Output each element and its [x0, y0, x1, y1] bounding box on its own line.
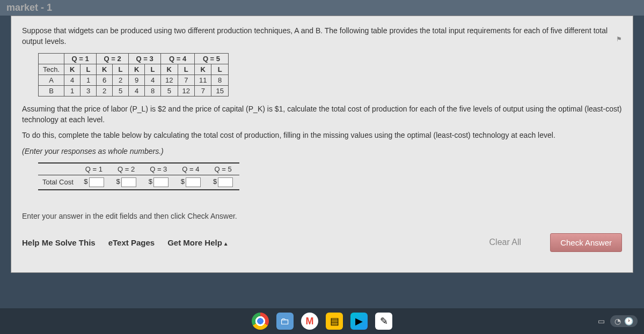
total-cost-table: Q = 1 Q = 2 Q = 3 Q = 4 Q = 5 Total Cost… — [38, 162, 239, 190]
kl-header: L — [178, 64, 194, 75]
q-header: Q = 2 — [97, 54, 129, 64]
currency-symbol: $ — [84, 177, 87, 185]
cost-input-q5[interactable] — [218, 177, 233, 187]
q-header: Q = 4 — [161, 54, 195, 64]
docs-icon[interactable]: ▤ — [326, 313, 343, 330]
currency-symbol: $ — [213, 177, 217, 185]
action-bar: Help Me Solve This eText Pages Get More … — [22, 233, 622, 252]
cell: 3 — [80, 86, 97, 97]
battery-icon[interactable]: ◔ — [614, 317, 621, 325]
cost-q-header: Q = 5 — [207, 163, 239, 175]
input-requirements-table: Q = 1 Q = 2 Q = 3 Q = 4 Q = 5 Tech. K L … — [38, 53, 229, 97]
tech-label: Tech. — [39, 64, 64, 75]
currency-symbol: $ — [149, 177, 152, 185]
table-row: B 1 3 2 5 4 8 5 12 7 15 — [39, 86, 229, 97]
notification-icon[interactable]: ▭ — [598, 317, 605, 325]
cell: 15 — [211, 86, 228, 97]
kl-header: L — [211, 64, 228, 75]
play-icon[interactable]: ▶ — [350, 313, 368, 330]
cell: 12 — [178, 86, 194, 97]
cell: 1 — [80, 75, 97, 86]
cell: 2 — [97, 86, 113, 97]
check-answer-button[interactable]: Check Answer — [550, 233, 622, 252]
cost-input-q1[interactable] — [89, 177, 104, 187]
cell: 11 — [195, 75, 211, 86]
cell: 5 — [161, 86, 178, 97]
files-icon[interactable]: 🗀 — [276, 313, 294, 330]
response-note: (Enter your responses as whole numbers.) — [22, 146, 622, 157]
etext-pages-button[interactable]: eText Pages — [108, 238, 155, 247]
cell: 4 — [64, 75, 80, 86]
cell: 2 — [113, 75, 129, 86]
question-panel: ⚑ Suppose that widgets can be produced u… — [11, 16, 633, 273]
cell: 5 — [113, 86, 129, 97]
snip-icon[interactable]: ✎ — [375, 313, 392, 330]
kl-header: K — [161, 64, 178, 75]
cost-q-header: Q = 4 — [174, 163, 207, 175]
kl-header: K — [195, 64, 211, 75]
cell: 4 — [129, 86, 145, 97]
kl-header: L — [145, 64, 161, 75]
cell: 6 — [97, 75, 113, 86]
clear-all-button[interactable]: Clear All — [489, 237, 522, 247]
intro-text: Suppose that widgets can be produced usi… — [22, 26, 622, 47]
kl-header: K — [97, 64, 113, 75]
taskbar: 🗀 M ▤ ▶ ✎ ▭ ◔ 🕐 — [0, 308, 644, 334]
cost-q-header: Q = 1 — [78, 163, 110, 175]
currency-symbol: $ — [181, 177, 185, 185]
system-tray[interactable]: ▭ ◔ 🕐 — [598, 315, 638, 327]
gmail-icon[interactable]: M — [301, 313, 318, 330]
cell: 9 — [129, 75, 145, 86]
kl-header: L — [113, 64, 129, 75]
kl-header: L — [80, 64, 97, 75]
cell: 4 — [145, 75, 161, 86]
cost-q-header: Q = 3 — [142, 163, 174, 175]
q-header: Q = 1 — [64, 54, 97, 64]
tab-title: market - 1 — [0, 0, 644, 16]
q-header: Q = 5 — [195, 54, 229, 64]
q-header: Q = 3 — [129, 54, 161, 64]
cost-input-q3[interactable] — [153, 177, 169, 187]
cell: 12 — [161, 75, 178, 86]
currency-symbol: $ — [116, 177, 120, 185]
cell: 1 — [64, 86, 80, 97]
table-row: A 4 1 6 2 9 4 12 7 11 8 — [39, 75, 229, 86]
todo-text: To do this, complete the table below by … — [22, 130, 622, 141]
kl-header: K — [64, 64, 80, 75]
total-cost-label: Total Cost — [38, 175, 78, 190]
cell: 8 — [145, 86, 161, 97]
clock-icon[interactable]: 🕐 — [624, 317, 633, 325]
cell: 8 — [211, 75, 228, 86]
chevron-down-icon: ▲ — [223, 241, 229, 247]
cost-input-q2[interactable] — [121, 177, 136, 187]
flag-icon[interactable]: ⚑ — [616, 35, 622, 43]
row-label: B — [39, 86, 64, 97]
kl-header: K — [129, 64, 145, 75]
row-label: A — [39, 75, 64, 86]
get-more-help-button[interactable]: Get More Help▲ — [167, 238, 229, 247]
cell: 7 — [195, 86, 211, 97]
hint-text: Enter your answer in the edit fields and… — [22, 212, 622, 220]
cost-q-header: Q = 2 — [110, 163, 142, 175]
help-solve-button[interactable]: Help Me Solve This — [22, 238, 96, 247]
cost-input-q4[interactable] — [186, 177, 201, 187]
assumption-text: Assuming that the price of labor (P_L) i… — [22, 104, 622, 125]
cell: 7 — [178, 75, 194, 86]
chrome-icon[interactable] — [252, 313, 269, 330]
